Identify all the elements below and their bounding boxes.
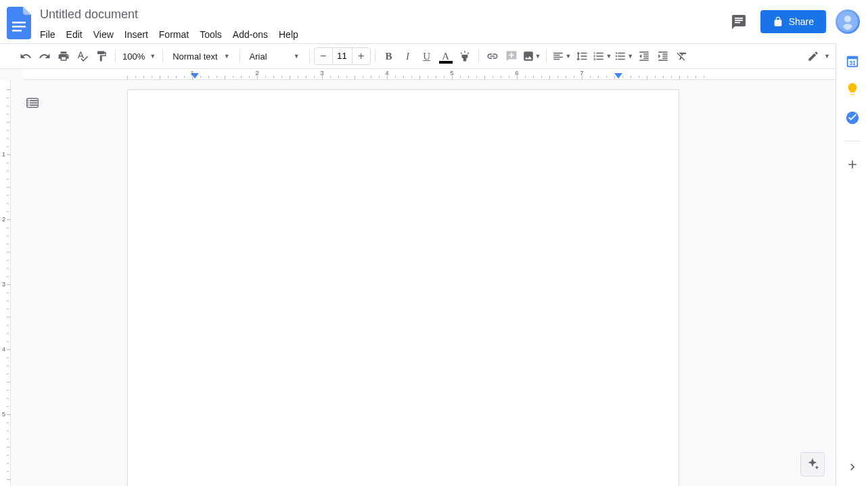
plus-icon bbox=[846, 158, 859, 171]
tasks-icon bbox=[845, 110, 860, 125]
redo-button[interactable] bbox=[35, 47, 54, 66]
svg-rect-2 bbox=[12, 30, 22, 32]
insert-image-button[interactable]: ▼ bbox=[521, 47, 543, 66]
menu-insert[interactable]: Insert bbox=[120, 26, 153, 43]
svg-rect-0 bbox=[12, 22, 26, 24]
calendar-icon: 31 bbox=[845, 53, 860, 68]
menu-addons[interactable]: Add-ons bbox=[228, 26, 273, 43]
font-size-increase[interactable]: + bbox=[352, 48, 370, 64]
svg-point-8 bbox=[844, 16, 851, 22]
bold-icon: B bbox=[386, 51, 392, 62]
right-indent-marker[interactable] bbox=[614, 73, 622, 80]
comments-button[interactable] bbox=[727, 9, 751, 34]
toolbar: 100% ▼ Normal text ▼ Arial ▼ − 11 + B I … bbox=[0, 43, 868, 69]
separator bbox=[309, 49, 310, 63]
zoom-value: 100% bbox=[122, 51, 145, 62]
indent-decrease-icon bbox=[638, 50, 650, 62]
separator bbox=[546, 49, 547, 63]
paint-roller-icon bbox=[95, 50, 108, 62]
menu-help[interactable]: Help bbox=[274, 26, 303, 43]
ruler-number: 1 bbox=[190, 70, 193, 76]
chevron-down-icon: ▼ bbox=[606, 53, 612, 60]
style-value: Normal text bbox=[173, 51, 217, 62]
menu-file[interactable]: File bbox=[35, 26, 60, 43]
add-comment-button[interactable] bbox=[502, 47, 521, 66]
sidepanel-collapse-button[interactable] bbox=[843, 458, 862, 477]
zoom-select[interactable]: 100% ▼ bbox=[120, 47, 158, 66]
numbered-list-icon bbox=[593, 50, 605, 62]
italic-button[interactable]: I bbox=[398, 47, 417, 66]
paint-format-button[interactable] bbox=[92, 47, 111, 66]
lock-icon bbox=[773, 16, 783, 27]
svg-rect-6 bbox=[735, 22, 740, 23]
separator bbox=[162, 49, 163, 63]
chevron-down-icon: ▼ bbox=[294, 53, 300, 60]
spellcheck-icon bbox=[76, 50, 89, 62]
line-spacing-button[interactable] bbox=[572, 47, 591, 66]
add-comment-icon bbox=[505, 50, 518, 62]
align-button[interactable]: ▼ bbox=[551, 47, 572, 66]
account-avatar[interactable] bbox=[836, 9, 860, 34]
svg-rect-1 bbox=[12, 26, 26, 28]
underline-button[interactable]: U bbox=[417, 47, 436, 66]
explore-button[interactable] bbox=[800, 452, 825, 477]
workspace: 1234567 12345 bbox=[0, 69, 836, 486]
font-size-input[interactable]: 11 bbox=[332, 48, 352, 64]
ruler-number: 4 bbox=[385, 70, 388, 76]
svg-rect-5 bbox=[735, 20, 743, 21]
text-color-icon: A bbox=[442, 51, 449, 62]
paragraph-style-select[interactable]: Normal text ▼ bbox=[167, 47, 235, 66]
indent-increase-icon bbox=[657, 50, 669, 62]
bulleted-list-button[interactable]: ▼ bbox=[613, 47, 635, 66]
sidepanel-keep[interactable] bbox=[844, 81, 861, 97]
menu-format[interactable]: Format bbox=[154, 26, 193, 43]
underline-icon: U bbox=[423, 51, 430, 62]
ruler-number: 1 bbox=[2, 151, 5, 158]
font-select[interactable]: Arial ▼ bbox=[244, 47, 305, 66]
redo-icon bbox=[39, 50, 51, 62]
editing-mode-button[interactable]: ▼ bbox=[804, 47, 833, 66]
numbered-list-button[interactable]: ▼ bbox=[591, 47, 613, 66]
separator bbox=[844, 141, 861, 141]
increase-indent-button[interactable] bbox=[654, 47, 672, 66]
decrease-indent-button[interactable] bbox=[635, 47, 654, 66]
menu-edit[interactable]: Edit bbox=[62, 26, 87, 43]
vertical-ruler[interactable]: 12345 bbox=[0, 80, 11, 486]
highlighter-icon bbox=[459, 50, 471, 62]
font-size-decrease[interactable]: − bbox=[315, 48, 332, 64]
spellcheck-button[interactable] bbox=[73, 47, 92, 66]
clear-formatting-button[interactable] bbox=[672, 47, 691, 66]
font-value: Arial bbox=[250, 51, 267, 62]
horizontal-ruler[interactable]: 1234567 bbox=[23, 69, 836, 80]
insert-link-button[interactable] bbox=[483, 47, 502, 66]
text-color-button[interactable]: A bbox=[436, 47, 455, 66]
document-title-input[interactable]: Untitled document bbox=[35, 5, 303, 24]
ruler-number: 5 bbox=[2, 411, 5, 418]
bold-button[interactable]: B bbox=[380, 47, 398, 66]
separator bbox=[239, 49, 240, 63]
document-canvas[interactable] bbox=[23, 80, 836, 486]
highlight-color-button[interactable] bbox=[455, 47, 474, 66]
sidepanel-calendar[interactable]: 31 bbox=[844, 53, 861, 69]
print-button[interactable] bbox=[54, 47, 73, 66]
undo-icon bbox=[20, 50, 32, 62]
menu-tools[interactable]: Tools bbox=[195, 26, 227, 43]
chevron-right-icon bbox=[846, 460, 859, 474]
document-page[interactable] bbox=[127, 89, 679, 486]
italic-icon: I bbox=[406, 51, 409, 62]
sidepanel-get-addons[interactable] bbox=[844, 156, 861, 173]
ruler-number: 4 bbox=[2, 346, 5, 353]
svg-text:31: 31 bbox=[849, 60, 856, 66]
chevron-down-icon: ▼ bbox=[565, 53, 571, 60]
chevron-down-icon: ▼ bbox=[535, 53, 541, 60]
sidepanel-tasks[interactable] bbox=[844, 110, 861, 126]
title-right: Share bbox=[727, 9, 860, 34]
menu-view[interactable]: View bbox=[89, 26, 118, 43]
share-label: Share bbox=[789, 16, 814, 27]
print-icon bbox=[58, 50, 70, 62]
undo-button[interactable] bbox=[16, 47, 35, 66]
share-button[interactable]: Share bbox=[760, 10, 826, 33]
docs-home-icon[interactable] bbox=[5, 5, 32, 41]
chevron-down-icon: ▼ bbox=[627, 53, 633, 60]
ruler-number: 3 bbox=[320, 70, 323, 76]
